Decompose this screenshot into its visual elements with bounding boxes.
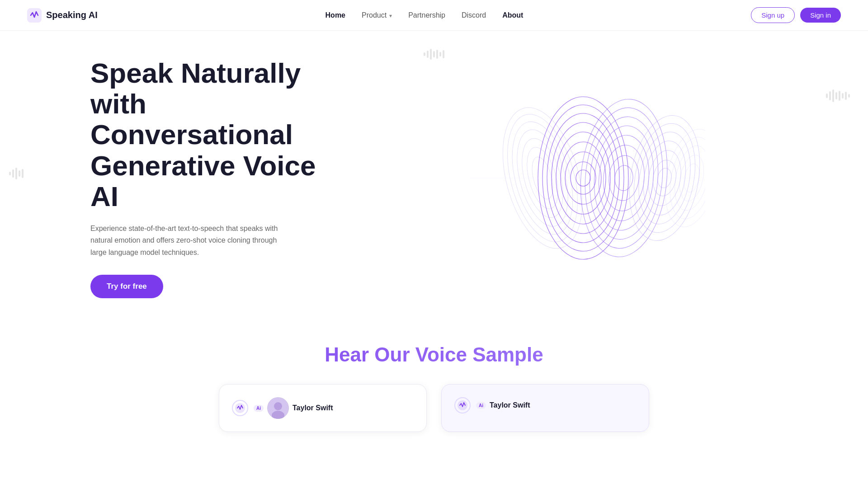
nav-item-product[interactable]: Product xyxy=(362,11,392,19)
nav-links: Home Product Partnership Discord About xyxy=(326,11,524,19)
nav-link-discord[interactable]: Discord xyxy=(462,11,486,19)
try-for-free-button[interactable]: Try for free xyxy=(90,275,163,298)
hero-section: Speak Naturally with Conversational Gene… xyxy=(0,31,868,316)
nav-item-home[interactable]: Home xyxy=(326,11,345,19)
logo-link[interactable]: Speaking AI xyxy=(27,8,98,23)
voice-cards-container: Ai Taylor Swift xyxy=(45,384,823,432)
voice-avatar-1 xyxy=(267,397,289,419)
voice-name-2: Taylor Swift xyxy=(490,401,530,409)
svg-rect-42 xyxy=(458,400,467,410)
brand-name: Speaking AI xyxy=(46,10,98,20)
voice-sample-section: Hear Our Voice Sample Ai xyxy=(0,316,868,450)
nav-actions: Sign up Sign in xyxy=(751,7,841,23)
audio-bar-decoration-right xyxy=(826,89,850,102)
nav-link-about[interactable]: About xyxy=(502,11,523,19)
hero-description: Experience state-of-the-art text-to-spee… xyxy=(90,223,289,258)
voice-card-1-header: Ai Taylor Swift xyxy=(232,397,414,419)
svg-rect-38 xyxy=(235,403,245,413)
signin-button[interactable]: Sign in xyxy=(800,8,841,23)
navbar: Speaking AI Home Product Partnership Dis… xyxy=(0,0,868,31)
ai-badge-2: Ai xyxy=(476,402,486,409)
svg-point-40 xyxy=(274,402,282,410)
nav-item-discord[interactable]: Discord xyxy=(462,11,486,19)
logo-icon xyxy=(27,8,42,23)
voice-card-2-header: Ai Taylor Swift xyxy=(454,397,636,413)
hero-title: Speak Naturally with Conversational Gene… xyxy=(90,58,344,212)
audio-bar-decoration-top xyxy=(424,49,444,60)
nav-link-partnership[interactable]: Partnership xyxy=(408,11,445,19)
hero-content: Speak Naturally with Conversational Gene… xyxy=(90,58,344,298)
signup-button[interactable]: Sign up xyxy=(751,7,795,23)
voice-card-2: Ai Taylor Swift xyxy=(441,384,649,432)
nav-item-about[interactable]: About xyxy=(502,11,523,19)
nav-item-partnership[interactable]: Partnership xyxy=(408,11,445,19)
chevron-down-icon xyxy=(388,11,392,19)
voice-card-1-logo xyxy=(232,400,248,416)
voice-sample-title: Hear Our Voice Sample xyxy=(45,343,823,366)
voice-card-2-logo xyxy=(454,397,471,413)
hero-visual xyxy=(344,70,814,286)
ai-badge-1: Ai xyxy=(254,405,264,412)
nav-link-product[interactable]: Product xyxy=(362,11,392,19)
voice-name-1: Taylor Swift xyxy=(292,404,333,412)
svg-rect-0 xyxy=(27,8,42,23)
audio-bar-decoration-left xyxy=(9,168,24,179)
wave-visualization xyxy=(452,88,705,268)
voice-card-1: Ai Taylor Swift xyxy=(219,384,427,432)
nav-link-home[interactable]: Home xyxy=(326,11,345,19)
